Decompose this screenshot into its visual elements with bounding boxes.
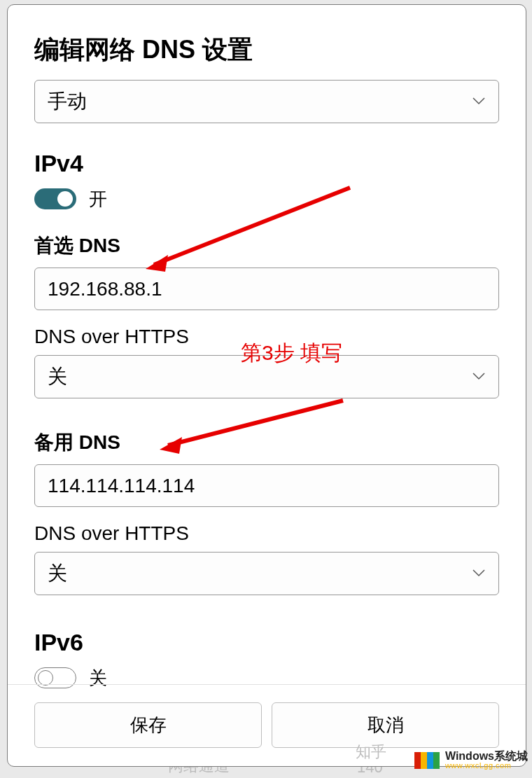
preferred-dns-input[interactable] — [34, 268, 499, 311]
chevron-down-icon — [472, 97, 485, 106]
site-watermark: Windows系统城 www.wxcLgg.com — [414, 751, 528, 770]
doh1-label: DNS over HTTPS — [34, 326, 499, 348]
watermark-line1: Windows系统城 — [445, 751, 528, 762]
doh2-select[interactable]: 关 — [34, 552, 499, 595]
preferred-dns-label: 首选 DNS — [34, 232, 499, 259]
doh2-label: DNS over HTTPS — [34, 522, 499, 545]
ipv6-heading: IPv6 — [34, 629, 499, 656]
watermark-line2: www.wxcLgg.com — [445, 762, 528, 770]
save-button[interactable]: 保存 — [34, 702, 262, 748]
dns-mode-value: 手动 — [34, 80, 499, 123]
toggle-knob — [57, 191, 73, 207]
ipv4-toggle[interactable] — [34, 188, 76, 209]
dialog-title: 编辑网络 DNS 设置 — [34, 33, 499, 67]
dialog-button-bar: 保存 取消 — [34, 702, 499, 748]
dns-settings-dialog: 编辑网络 DNS 设置 手动 IPv4 开 首选 DNS DNS over HT… — [7, 4, 526, 767]
dns-mode-select[interactable]: 手动 — [34, 80, 499, 123]
ipv6-toggle-label: 关 — [89, 666, 107, 690]
doh1-select[interactable]: 关 — [34, 355, 499, 398]
doh2-value: 关 — [34, 552, 499, 595]
ipv4-heading: IPv4 — [34, 150, 499, 177]
chevron-down-icon — [472, 569, 485, 578]
watermark-logo-icon — [414, 752, 440, 769]
alternate-dns-input[interactable] — [34, 464, 499, 508]
alternate-dns-label: 备用 DNS — [34, 429, 499, 456]
doh1-value: 关 — [34, 355, 499, 398]
cancel-button[interactable]: 取消 — [272, 702, 499, 748]
chevron-down-icon — [472, 373, 485, 381]
ipv6-toggle[interactable] — [34, 667, 76, 688]
ipv4-toggle-label: 开 — [89, 187, 107, 211]
